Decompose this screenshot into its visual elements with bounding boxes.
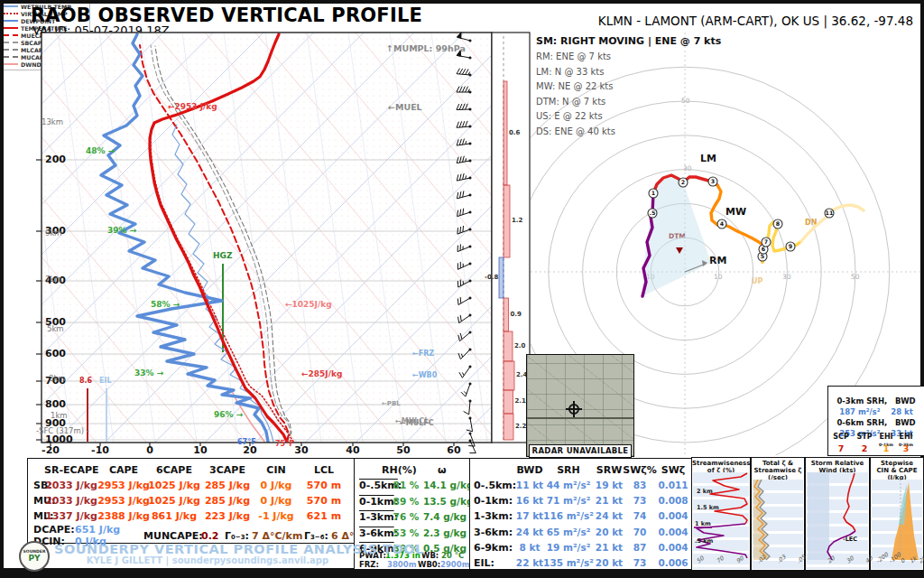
- storm-motion-line: US: E @ 22 kts: [536, 111, 721, 121]
- storm-motion-line: RM: ENE @ 7 kts: [536, 51, 721, 61]
- storm-motion-line: DTM: N @ 7 kts: [536, 97, 721, 107]
- index-header: STP: [855, 434, 874, 441]
- footer-author-link: KYLE J GILLETT | sounderpysoundings.anvi…: [54, 556, 361, 566]
- logo-text-bottom: PY: [21, 554, 48, 563]
- srh-indices-box: 0-3km SRH, BWD187 m²/s² 28 kt0-6km SRH, …: [827, 386, 924, 456]
- mini-plot-3: StepwiseCIN & CAPE(J/kg): [870, 457, 924, 571]
- footer-tool-name: SOUNDERPY VERTICAL PROFILE ANALYSIS TOOL: [54, 543, 361, 556]
- storm-motion-block: SM: RIGHT MOVING | ENE @ 7 kts RM: ENE @…: [536, 36, 721, 136]
- index-value: 2: [855, 443, 874, 453]
- sounderpy-figure: RAOB OBSERVED VERTICAL PROFILE VALID: 05…: [0, 0, 924, 578]
- index-value: 7: [831, 443, 851, 453]
- sounderpy-logo: SOUNDER PY: [19, 541, 50, 572]
- index-header: SCP: [831, 434, 851, 441]
- storm-motion-main: SM: RIGHT MOVING | ENE @ 7 kts: [536, 36, 721, 47]
- storm-motion-line: LM: N @ 33 kts: [536, 67, 721, 77]
- storm-motion-line: DS: ENE @ 40 kts: [536, 126, 721, 136]
- index-value: 3: [896, 443, 916, 453]
- storm-motion-line: MW: NE @ 22 kts: [536, 81, 721, 91]
- index-value: 1: [876, 443, 896, 453]
- storm-motion-lines: RM: ENE @ 7 ktsLM: N @ 33 ktsMW: NE @ 22…: [536, 51, 721, 136]
